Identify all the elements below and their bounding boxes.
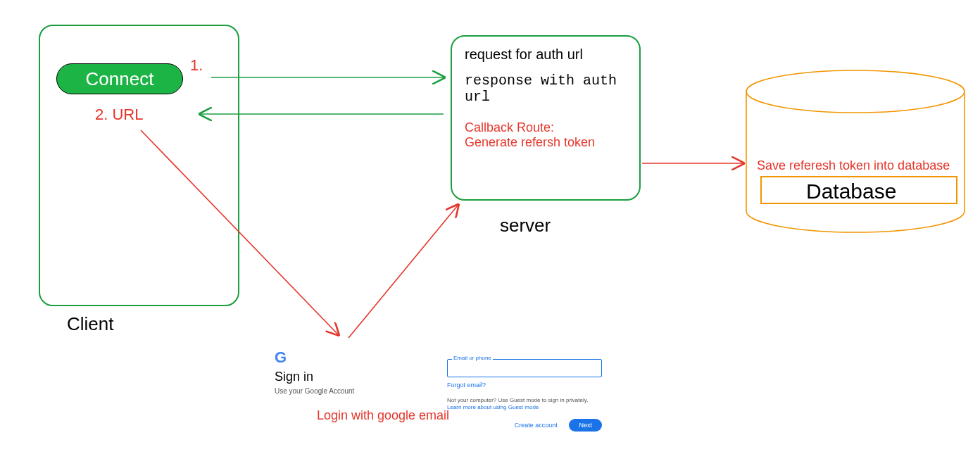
google-guest-note: Not your computer? Use Guest mode to sig… bbox=[447, 397, 602, 412]
database-label: Database bbox=[806, 180, 896, 203]
google-form: Email or phone Forgot email? Not your co… bbox=[447, 359, 602, 432]
google-guest-link[interactable]: Learn more about using Guest mode bbox=[447, 404, 539, 410]
server-request-line: request for auth url bbox=[465, 46, 627, 63]
google-forgot-link[interactable]: Forgot email? bbox=[447, 382, 602, 389]
step-1-label: 1. bbox=[190, 56, 203, 75]
server-label: server bbox=[500, 215, 551, 237]
step-2-label: 2. URL bbox=[95, 106, 143, 124]
server-box: request for auth url response with auth … bbox=[451, 35, 641, 201]
server-callback-title: Callback Route: bbox=[465, 120, 627, 135]
google-login-caption: Login with google email bbox=[317, 408, 449, 423]
connect-button[interactable]: Connect bbox=[56, 63, 183, 94]
svg-point-0 bbox=[746, 70, 965, 113]
svg-line-4 bbox=[348, 206, 458, 338]
server-response-line: response with auth url bbox=[465, 73, 627, 105]
diagram-stage: Connect 1. 2. URL Client request for aut… bbox=[0, 0, 980, 466]
database-save-text: Save referesh token into database bbox=[757, 158, 950, 173]
google-create-account-link[interactable]: Create account bbox=[515, 422, 558, 429]
server-callback-action: Generate refersh token bbox=[465, 135, 627, 150]
google-email-field[interactable]: Email or phone bbox=[447, 359, 602, 377]
google-next-button[interactable]: Next bbox=[569, 419, 602, 432]
client-label: Client bbox=[67, 313, 113, 335]
google-email-label: Email or phone bbox=[452, 355, 493, 361]
